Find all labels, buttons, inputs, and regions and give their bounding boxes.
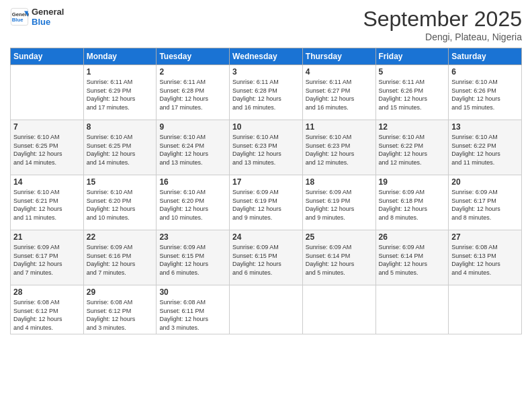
table-row: 17Sunrise: 6:09 AM Sunset: 6:19 PM Dayli… (230, 175, 303, 230)
day-number: 12 (379, 122, 446, 132)
table-row: 1Sunrise: 6:11 AM Sunset: 6:29 PM Daylig… (83, 65, 157, 120)
table-row: 29Sunrise: 6:08 AM Sunset: 6:12 PM Dayli… (83, 285, 157, 334)
day-number: 4 (306, 67, 373, 77)
table-row: 19Sunrise: 6:09 AM Sunset: 6:18 PM Dayli… (375, 175, 449, 230)
table-row: 3Sunrise: 6:11 AM Sunset: 6:28 PM Daylig… (230, 65, 303, 120)
table-row: 25Sunrise: 6:09 AM Sunset: 6:14 PM Dayli… (302, 230, 375, 285)
day-info: Sunrise: 6:09 AM Sunset: 6:16 PM Dayligh… (87, 243, 154, 277)
table-row (230, 285, 303, 334)
table-row (302, 285, 375, 334)
table-row: 2Sunrise: 6:11 AM Sunset: 6:28 PM Daylig… (157, 65, 230, 120)
day-number: 2 (159, 67, 226, 77)
table-row: 15Sunrise: 6:10 AM Sunset: 6:20 PM Dayli… (83, 175, 157, 230)
table-row: 7Sunrise: 6:10 AM Sunset: 6:25 PM Daylig… (11, 120, 84, 175)
table-row: 13Sunrise: 6:10 AM Sunset: 6:22 PM Dayli… (449, 120, 522, 175)
subtitle: Dengi, Plateau, Nigeria (363, 32, 522, 42)
calendar-table: Sunday Monday Tuesday Wednesday Thursday… (10, 48, 522, 334)
day-number: 25 (306, 232, 373, 242)
day-info: Sunrise: 6:10 AM Sunset: 6:22 PM Dayligh… (379, 133, 446, 167)
col-saturday: Saturday (449, 48, 522, 65)
day-info: Sunrise: 6:08 AM Sunset: 6:11 PM Dayligh… (159, 298, 226, 332)
day-info: Sunrise: 6:08 AM Sunset: 6:12 PM Dayligh… (87, 298, 154, 332)
day-number: 5 (379, 67, 446, 77)
table-row: 24Sunrise: 6:09 AM Sunset: 6:15 PM Dayli… (230, 230, 303, 285)
day-number: 29 (87, 287, 154, 297)
day-info: Sunrise: 6:10 AM Sunset: 6:20 PM Dayligh… (87, 188, 154, 222)
table-row: 8Sunrise: 6:10 AM Sunset: 6:25 PM Daylig… (83, 120, 157, 175)
day-info: Sunrise: 6:09 AM Sunset: 6:15 PM Dayligh… (232, 243, 300, 277)
day-number: 10 (232, 122, 300, 132)
table-row: 14Sunrise: 6:10 AM Sunset: 6:21 PM Dayli… (11, 175, 84, 230)
day-info: Sunrise: 6:10 AM Sunset: 6:23 PM Dayligh… (306, 133, 373, 167)
day-number: 21 (13, 232, 81, 242)
day-info: Sunrise: 6:10 AM Sunset: 6:26 PM Dayligh… (451, 78, 519, 111)
day-number: 7 (13, 122, 81, 132)
day-info: Sunrise: 6:10 AM Sunset: 6:21 PM Dayligh… (13, 188, 81, 222)
day-info: Sunrise: 6:09 AM Sunset: 6:19 PM Dayligh… (232, 188, 300, 222)
day-number: 9 (159, 122, 226, 132)
table-row: 10Sunrise: 6:10 AM Sunset: 6:23 PM Dayli… (230, 120, 303, 175)
day-number: 16 (159, 177, 226, 187)
col-thursday: Thursday (302, 48, 375, 65)
day-number: 26 (379, 232, 446, 242)
day-info: Sunrise: 6:10 AM Sunset: 6:25 PM Dayligh… (13, 133, 81, 167)
page: General Blue General Blue September 2025… (0, 0, 532, 411)
table-row: 9Sunrise: 6:10 AM Sunset: 6:24 PM Daylig… (157, 120, 230, 175)
logo-line2: Blue (32, 17, 64, 27)
table-row: 21Sunrise: 6:09 AM Sunset: 6:17 PM Dayli… (11, 230, 84, 285)
table-row: 27Sunrise: 6:08 AM Sunset: 6:13 PM Dayli… (449, 230, 522, 285)
day-number: 30 (159, 287, 226, 297)
table-row (11, 65, 84, 120)
day-number: 14 (13, 177, 81, 187)
day-info: Sunrise: 6:11 AM Sunset: 6:28 PM Dayligh… (159, 78, 226, 111)
logo-line1: General (32, 7, 64, 17)
col-tuesday: Tuesday (157, 48, 230, 65)
table-row (449, 285, 522, 334)
table-row: 6Sunrise: 6:10 AM Sunset: 6:26 PM Daylig… (449, 65, 522, 120)
day-number: 3 (232, 67, 300, 77)
table-row: 23Sunrise: 6:09 AM Sunset: 6:15 PM Dayli… (157, 230, 230, 285)
day-info: Sunrise: 6:11 AM Sunset: 6:28 PM Dayligh… (232, 78, 300, 111)
day-info: Sunrise: 6:09 AM Sunset: 6:17 PM Dayligh… (451, 188, 519, 222)
logo: General Blue General Blue (10, 7, 64, 27)
table-row: 22Sunrise: 6:09 AM Sunset: 6:16 PM Dayli… (83, 230, 157, 285)
day-info: Sunrise: 6:09 AM Sunset: 6:17 PM Dayligh… (13, 243, 81, 277)
table-row: 4Sunrise: 6:11 AM Sunset: 6:27 PM Daylig… (302, 65, 375, 120)
day-info: Sunrise: 6:09 AM Sunset: 6:19 PM Dayligh… (306, 188, 373, 222)
day-info: Sunrise: 6:10 AM Sunset: 6:24 PM Dayligh… (159, 133, 226, 167)
day-number: 6 (451, 67, 519, 77)
table-row: 28Sunrise: 6:08 AM Sunset: 6:12 PM Dayli… (11, 285, 84, 334)
day-number: 27 (451, 232, 519, 242)
day-info: Sunrise: 6:09 AM Sunset: 6:18 PM Dayligh… (379, 188, 446, 222)
table-row: 5Sunrise: 6:11 AM Sunset: 6:26 PM Daylig… (375, 65, 449, 120)
month-title: September 2025 (363, 7, 522, 32)
table-row: 18Sunrise: 6:09 AM Sunset: 6:19 PM Dayli… (302, 175, 375, 230)
day-number: 19 (379, 177, 446, 187)
day-number: 18 (306, 177, 373, 187)
day-number: 28 (13, 287, 81, 297)
day-number: 23 (159, 232, 226, 242)
day-info: Sunrise: 6:10 AM Sunset: 6:23 PM Dayligh… (232, 133, 300, 167)
title-block: September 2025 Dengi, Plateau, Nigeria (363, 7, 522, 42)
table-row: 30Sunrise: 6:08 AM Sunset: 6:11 PM Dayli… (157, 285, 230, 334)
day-number: 24 (232, 232, 300, 242)
table-row: 26Sunrise: 6:09 AM Sunset: 6:14 PM Dayli… (375, 230, 449, 285)
logo-icon: General Blue (10, 7, 29, 26)
day-info: Sunrise: 6:10 AM Sunset: 6:20 PM Dayligh… (159, 188, 226, 222)
day-info: Sunrise: 6:09 AM Sunset: 6:14 PM Dayligh… (379, 243, 446, 277)
day-info: Sunrise: 6:09 AM Sunset: 6:15 PM Dayligh… (159, 243, 226, 277)
day-number: 20 (451, 177, 519, 187)
day-number: 8 (87, 122, 154, 132)
day-number: 1 (87, 67, 154, 77)
col-wednesday: Wednesday (230, 48, 303, 65)
header-row: Sunday Monday Tuesday Wednesday Thursday… (11, 48, 522, 65)
col-sunday: Sunday (11, 48, 84, 65)
day-info: Sunrise: 6:08 AM Sunset: 6:13 PM Dayligh… (451, 243, 519, 277)
table-row: 20Sunrise: 6:09 AM Sunset: 6:17 PM Dayli… (449, 175, 522, 230)
day-info: Sunrise: 6:09 AM Sunset: 6:14 PM Dayligh… (306, 243, 373, 277)
svg-text:Blue: Blue (12, 17, 24, 23)
col-friday: Friday (375, 48, 449, 65)
day-info: Sunrise: 6:11 AM Sunset: 6:26 PM Dayligh… (379, 78, 446, 111)
table-row: 12Sunrise: 6:10 AM Sunset: 6:22 PM Dayli… (375, 120, 449, 175)
day-info: Sunrise: 6:11 AM Sunset: 6:29 PM Dayligh… (87, 78, 154, 111)
